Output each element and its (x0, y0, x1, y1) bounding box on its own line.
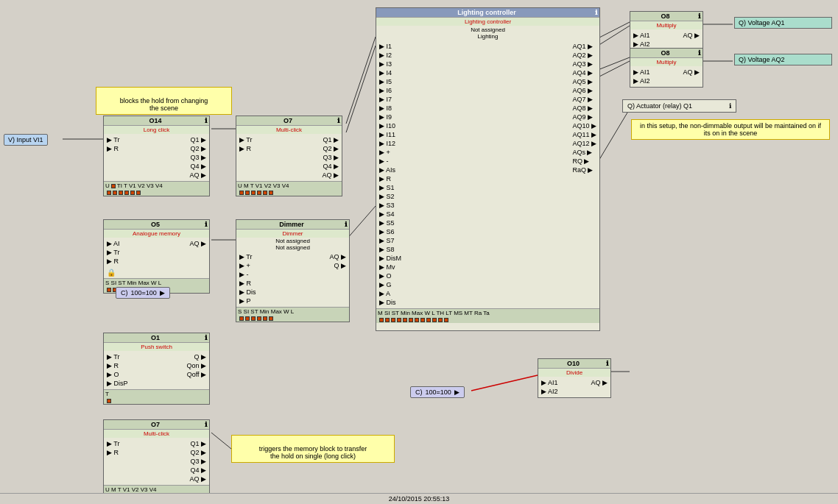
lc-foot-3 (391, 318, 395, 322)
O7bot-info[interactable]: ℹ (205, 421, 207, 428)
dimmer-info[interactable]: ℹ (345, 221, 347, 228)
dimmer-fp6 (269, 316, 273, 321)
block-O14[interactable]: O14 ℹ Long click ▶ Tr Q1 ▶ ▶ R Q2 ▶ Q3 ▶… (103, 116, 210, 196)
lc-foot-4 (397, 318, 401, 322)
O5-info[interactable]: ℹ (205, 221, 207, 228)
actuator-info[interactable]: ℹ (729, 102, 731, 110)
O5-icon: 🔒 (107, 269, 116, 277)
dimmer-fp2 (245, 316, 250, 321)
O8bot-info[interactable]: ℹ (698, 49, 700, 57)
lc-foot-7 (415, 318, 419, 322)
pin-footer-5 (130, 191, 135, 195)
pin-footer-3 (119, 191, 123, 195)
vaq1-icon: Q) (739, 19, 746, 26)
lc-foot-11 (438, 318, 443, 322)
O14-output-AQ: AQ (189, 171, 201, 179)
pin-footer-4 (124, 191, 129, 195)
lc-inputs: ▶ I1 ▶ I2 ▶ I3 ▶ I4 ▶ I5 ▶ I6 ▶ I7 ▶ I8 … (379, 42, 401, 307)
pin-footer-2 (113, 191, 117, 195)
O14-output-Q1: Q1 (190, 136, 201, 143)
lc-info[interactable]: ℹ (595, 9, 597, 16)
O1-fp1 (107, 399, 111, 403)
constant-block-2[interactable]: C) 100=100 ▶ (410, 386, 465, 398)
status-bar: 24/10/2015 20:55:13 (0, 493, 838, 504)
dimmer-sub2: Not assigned (236, 244, 349, 251)
const1-prefix: C) (121, 289, 128, 297)
lc-foot-2 (385, 318, 390, 322)
O10-info[interactable]: ℹ (606, 360, 608, 367)
lc-title: Lighting controller (457, 9, 516, 16)
pin-O7top-f5 (263, 191, 267, 195)
pin-footer-1 (107, 191, 111, 195)
lc-foot-6 (409, 318, 413, 322)
O5-fp1 (107, 288, 111, 292)
block-O1[interactable]: O1 ℹ Push switch ▶ TrQ ▶ ▶ RQon ▶ ▶ OQof… (103, 333, 210, 405)
input-vi1: V) Input VI1 (4, 134, 48, 146)
comment-maintained: in this setup, the non-dimmable output w… (631, 119, 830, 140)
pin-footer-6 (136, 191, 141, 195)
lc-foot-9 (426, 318, 431, 322)
O1-info[interactable]: ℹ (205, 334, 207, 341)
lc-foot-5 (403, 318, 407, 322)
svg-line-12 (598, 61, 630, 77)
comment-maintained-text: in this setup, the non-dimmable output w… (640, 122, 821, 137)
O14-output-Q2: Q2 (190, 145, 201, 152)
timestamp: 24/10/2015 20:55:13 (389, 495, 450, 503)
O14-input-R: R (112, 145, 119, 152)
dimmer-fp5 (263, 316, 267, 321)
lc-subtext1: Not assigned (377, 26, 599, 33)
output-voltage-AQ2: Q) Voltage AQ2 (734, 54, 832, 65)
dimmer-fp1 (239, 316, 244, 321)
lc-foot-12 (444, 318, 448, 322)
pin-O7top-f4 (257, 191, 261, 195)
vaq2-icon: Q) (739, 56, 746, 63)
dimmer-fp4 (257, 316, 261, 321)
svg-line-11 (598, 57, 630, 70)
block-O7top-id: O7 (284, 117, 292, 124)
block-O5[interactable]: O5 ℹ Analogue memory ▶ AIAQ ▶ ▶ Tr ▶ R 🔒… (103, 219, 210, 294)
block-O7-bot[interactable]: O7 ℹ Multi-click ▶ TrQ1 ▶ ▶ RQ2 ▶ Q3 ▶ Q… (103, 419, 210, 500)
O14-output-Q3: Q3 (190, 154, 201, 161)
output-voltage-AQ1: Q) Voltage AQ1 (734, 17, 832, 29)
svg-line-2 (346, 37, 376, 124)
svg-line-3 (346, 46, 376, 132)
lc-subtext2: Lighting (377, 33, 599, 40)
block-O7-top[interactable]: O7 ℹ Multi-click ▶ TrQ1 ▶ ▶ RQ2 ▶ Q3 ▶ Q… (236, 116, 342, 196)
vaq1-label: Voltage AQ1 (748, 19, 785, 26)
block-O10[interactable]: O10 ℹ Divide ▶ AI1AQ ▶ ▶ AI2 (538, 358, 611, 398)
constant-block-1[interactable]: C) 100=100 ▶ (116, 287, 170, 299)
block-lighting-controller[interactable]: Lighting controller ℹ Lighting controlle… (376, 7, 600, 331)
comment-scene: blocks the hold from changing the scene (96, 87, 232, 115)
const2-prefix: C) (415, 388, 423, 396)
block-O14-id: O14 (149, 117, 161, 124)
lc-foot-1 (379, 318, 384, 322)
block-O14-info[interactable]: ℹ (205, 117, 207, 124)
svg-line-9 (598, 22, 630, 38)
pin-TI (111, 184, 116, 188)
lc-foot-10 (432, 318, 437, 322)
O8top-info[interactable]: ℹ (698, 13, 700, 20)
lc-foot-8 (420, 318, 425, 322)
svg-line-5 (346, 206, 376, 240)
block-O8-bot[interactable]: O8 ℹ Multiply ▶ AI1AQ ▶ ▶ AI2 (630, 48, 703, 88)
svg-line-10 (598, 26, 630, 46)
vaq2-label: Voltage AQ2 (748, 56, 785, 63)
comment-triggers: triggers the memory block to transfer th… (231, 435, 395, 463)
block-O7top-info[interactable]: ℹ (337, 117, 339, 124)
block-dimmer[interactable]: Dimmer ℹ Dimmer Not assigned Not assigne… (236, 219, 350, 322)
comment-scene-text: blocks the hold from changing the scene (120, 97, 208, 112)
actuator-label: Q) Actuator (relay) Q1 (627, 102, 692, 110)
svg-line-15 (598, 109, 630, 162)
pin-O7top-f2 (245, 191, 250, 195)
O14-output-Q4: Q4 (190, 163, 201, 170)
const1-value: 100=100 (131, 289, 157, 297)
lc-outputs: AQ1 ▶ AQ2 ▶ AQ3 ▶ AQ4 ▶ AQ5 ▶ AQ6 ▶ AQ7 … (572, 42, 596, 307)
const2-value: 100=100 (426, 388, 451, 396)
block-actuator-Q1[interactable]: Q) Actuator (relay) Q1 ℹ (622, 99, 736, 113)
svg-line-7 (471, 375, 538, 391)
O14-input-Tr: Tr (112, 136, 120, 143)
comment-triggers-text: triggers the memory block to transfer th… (259, 445, 367, 460)
pin-O7top-f6 (269, 191, 273, 195)
block-O8-top[interactable]: O8 ℹ Multiply ▶ AI1AQ ▶ ▶ AI2 (630, 11, 703, 51)
svg-line-16 (211, 433, 231, 449)
